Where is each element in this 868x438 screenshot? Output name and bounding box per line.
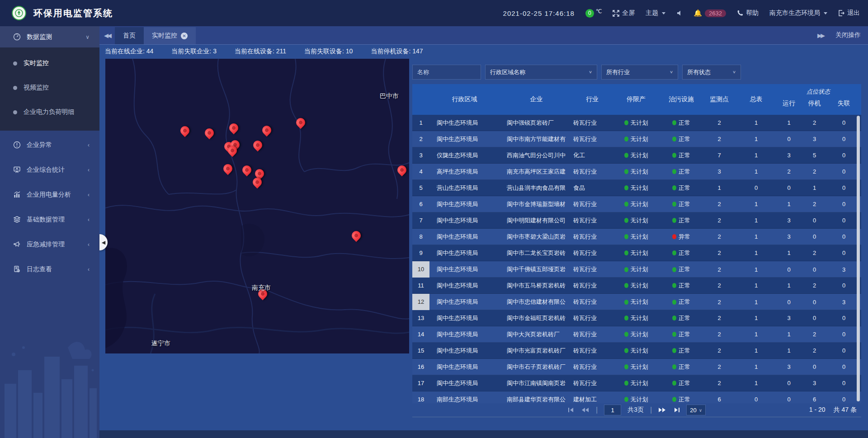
cell-industry: 建材加工 bbox=[573, 396, 611, 404]
cell-running: 1 bbox=[775, 347, 802, 354]
cell-region: 南部生态环境局 bbox=[429, 396, 500, 404]
sidebar-item-emergency[interactable]: 应急减排管理 ‹ bbox=[0, 234, 99, 255]
notifications-button[interactable]: 🔔 2632 bbox=[693, 9, 726, 17]
close-operations-button[interactable]: 关闭操作 bbox=[835, 31, 861, 39]
cell-points: 2 bbox=[702, 136, 737, 142]
logout-icon bbox=[838, 10, 844, 16]
cell-running: 1 bbox=[775, 331, 802, 338]
cell-limit-status: 无计划 bbox=[611, 314, 661, 322]
fullscreen-button[interactable]: 全屏 bbox=[613, 9, 635, 17]
table-row[interactable]: 11 阆中生态环境局 阆中市五马桥页岩机砖 砖瓦行业 无计划 正常 2 1 1 … bbox=[412, 278, 861, 294]
sidebar-item-data-monitor[interactable]: 数据监测 ∨ bbox=[0, 26, 99, 47]
table-row[interactable]: 13 阆中生态环境局 阆中市金福旺页岩机砖 砖瓦行业 无计划 正常 2 1 3 … bbox=[412, 310, 861, 326]
row-index: 16 bbox=[412, 363, 429, 370]
next-page-button[interactable] bbox=[658, 407, 666, 413]
theme-menu[interactable]: 主题 bbox=[646, 9, 665, 17]
industry-select[interactable]: 所有行业 ∨ bbox=[601, 65, 678, 80]
stat-item: 当前在线企业: 44 bbox=[105, 47, 153, 56]
cell-stopped: 2 bbox=[802, 168, 826, 175]
cell-company: 阆中大兴页岩机砖厂 bbox=[500, 330, 573, 339]
cell-points: 7 bbox=[702, 152, 737, 159]
cell-lost: 0 bbox=[826, 152, 861, 159]
map-canvas[interactable]: 巴中市 南充市 遂宁市 bbox=[105, 59, 409, 353]
table-row[interactable]: 18 南部生态环境局 南部县建华页岩有限公 建材加工 无计划 正常 6 0 0 … bbox=[412, 391, 861, 403]
stat-item: 当前失联设备: 10 bbox=[304, 47, 353, 56]
status-dot-icon bbox=[672, 202, 676, 207]
table-row[interactable]: 9 阆中生态环境局 阆中市二龙长宝页岩砖 砖瓦行业 无计划 正常 2 1 1 2… bbox=[412, 245, 861, 261]
cell-running: 2 bbox=[775, 168, 802, 175]
cell-running: 0 bbox=[775, 299, 802, 306]
tabs-scroll-right-button[interactable]: ▶▶ bbox=[817, 32, 824, 39]
sidebar-subitem[interactable]: 企业电力负荷明细 bbox=[0, 100, 99, 124]
table-row[interactable]: 6 阆中生态环境局 阆中市金博瑞新型墙材 砖瓦行业 无计划 正常 2 1 1 2… bbox=[412, 196, 861, 212]
cell-region: 阆中生态环境局 bbox=[429, 363, 500, 371]
cell-points: 2 bbox=[702, 331, 737, 338]
table-row[interactable]: 5 营山生态环境局 营山县润丰肉食品有限 食品 无计划 正常 1 0 0 1 0 bbox=[412, 180, 861, 196]
cell-company: 阆中市石子页岩机砖厂 bbox=[500, 363, 573, 371]
cell-meters: 1 bbox=[737, 347, 775, 354]
status-dot-icon bbox=[624, 316, 628, 320]
cell-facility-status: 正常 bbox=[661, 184, 702, 192]
table-row[interactable]: 2 阆中生态环境局 阆中市南方节能建材有 砖瓦行业 无计划 正常 2 1 0 3… bbox=[412, 131, 861, 147]
city-skyline bbox=[0, 330, 99, 438]
cell-meters: 1 bbox=[737, 266, 775, 273]
prev-page-button[interactable] bbox=[581, 407, 590, 413]
status-dot-icon bbox=[624, 120, 628, 125]
tab-home[interactable]: 首页 bbox=[115, 27, 144, 44]
cell-company: 阆中市金福旺页岩机砖 bbox=[500, 314, 573, 322]
sidebar-item-company-abnormal[interactable]: 企业异常 ‹ bbox=[0, 134, 99, 155]
close-icon[interactable]: ✕ bbox=[181, 33, 188, 39]
cell-limit-status: 无计划 bbox=[611, 119, 661, 127]
table-row[interactable]: 17 阆中生态环境局 阆中市江南镇阆南页岩 砖瓦行业 无计划 正常 2 1 0 … bbox=[412, 375, 861, 391]
logout-button[interactable]: 退出 bbox=[838, 9, 860, 17]
table-row[interactable]: 16 阆中生态环境局 阆中市石子页岩机砖厂 砖瓦行业 无计划 正常 2 1 3 … bbox=[412, 359, 861, 375]
table-row[interactable]: 3 仪陇生态环境局 西南油气田分公司川中 化工 无计划 正常 7 1 3 5 0 bbox=[412, 147, 861, 164]
table-row[interactable]: 7 阆中生态环境局 阆中明阳建材有限公司 砖瓦行业 无计划 正常 2 1 3 0… bbox=[412, 212, 861, 229]
cell-limit-status: 无计划 bbox=[611, 233, 661, 241]
cell-lost: 0 bbox=[826, 363, 861, 370]
cell-region: 阆中生态环境局 bbox=[429, 298, 500, 306]
sound-mute-button[interactable] bbox=[676, 10, 683, 16]
tab-realtime-monitor[interactable]: 实时监控 ✕ bbox=[144, 27, 196, 44]
status-dot-icon bbox=[624, 364, 628, 369]
chevron-expanded-icon: ∨ bbox=[85, 34, 90, 40]
cell-limit-status: 无计划 bbox=[611, 184, 661, 192]
first-page-button[interactable] bbox=[568, 407, 575, 413]
cell-industry: 砖瓦行业 bbox=[573, 135, 611, 143]
help-button[interactable]: 帮助 bbox=[737, 9, 759, 17]
cell-region: 阆中生态环境局 bbox=[429, 314, 500, 322]
cell-meters: 1 bbox=[737, 136, 775, 142]
table-row[interactable]: 1 阆中生态环境局 阆中强锐页岩砖厂 砖瓦行业 无计划 正常 2 1 1 2 0 bbox=[412, 115, 861, 131]
cell-meters: 1 bbox=[737, 250, 775, 256]
region-select[interactable]: 行政区域名称 ∨ bbox=[485, 65, 597, 80]
tabs-scroll-left-button[interactable]: ◀◀ bbox=[99, 26, 115, 44]
cell-meters: 0 bbox=[737, 396, 775, 403]
name-search-input[interactable] bbox=[412, 65, 481, 80]
sidebar-subitem[interactable]: 实时监控 bbox=[0, 51, 99, 75]
chevron-down-icon: ∨ bbox=[670, 70, 673, 74]
cell-stopped: 0 bbox=[802, 363, 826, 370]
page-size-select[interactable]: 20 ∨ bbox=[686, 405, 706, 415]
status-dot-icon bbox=[624, 332, 628, 337]
status-select[interactable]: 所有状态 ∨ bbox=[682, 65, 741, 80]
phone-icon bbox=[737, 10, 743, 16]
table-row[interactable]: 15 阆中生态环境局 阆中市光富页岩机砖厂 砖瓦行业 无计划 正常 2 1 1 … bbox=[412, 343, 861, 359]
org-menu[interactable]: 南充市生态环境局 bbox=[769, 9, 827, 17]
page-number-input[interactable] bbox=[604, 405, 621, 415]
table-scrollbar[interactable] bbox=[857, 116, 860, 401]
cell-limit-status: 无计划 bbox=[611, 265, 661, 273]
col-region: 行政区域 bbox=[429, 84, 500, 115]
sidebar-item-power-analysis[interactable]: 企业用电量分析 ‹ bbox=[0, 184, 99, 205]
sidebar-subitem[interactable]: 视频监控 bbox=[0, 75, 99, 100]
status-dot-icon bbox=[672, 153, 676, 158]
table-row[interactable]: 14 阆中生态环境局 阆中大兴页岩机砖厂 砖瓦行业 无计划 正常 2 1 1 2… bbox=[412, 326, 861, 343]
sidebar-item-company-stats[interactable]: 企业综合统计 ‹ bbox=[0, 159, 99, 180]
last-page-button[interactable] bbox=[673, 407, 680, 413]
sidebar-item-base-data[interactable]: 基础数据管理 ‹ bbox=[0, 209, 99, 230]
table-row[interactable]: 8 阆中生态环境局 阆中市枣碧大梁山页岩 砖瓦行业 无计划 异常 2 1 3 0… bbox=[412, 229, 861, 245]
cell-facility-status: 正常 bbox=[661, 314, 702, 322]
sidebar-item-logs[interactable]: 日志查看 ‹ bbox=[0, 259, 99, 280]
table-row[interactable]: 4 高坪生态环境局 南充市高坪区王家店建 砖瓦行业 无计划 正常 3 1 2 2… bbox=[412, 164, 861, 180]
table-row[interactable]: 10 阆中生态环境局 阆中千佛镇五郎垭页岩 砖瓦行业 无计划 正常 2 1 0 … bbox=[412, 261, 861, 278]
table-row[interactable]: 12 阆中生态环境局 阆中市忠信建材有限公 砖瓦行业 无计划 正常 2 1 0 … bbox=[412, 294, 861, 310]
